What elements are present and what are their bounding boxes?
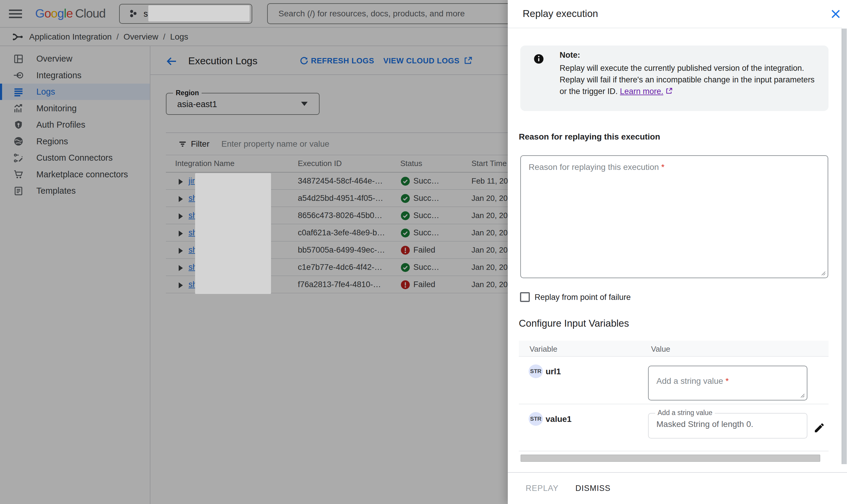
column-variable: Variable xyxy=(530,344,557,354)
external-link-icon xyxy=(463,56,473,66)
reason-placeholder: Reason for replaying this execution * xyxy=(529,162,664,172)
breadcrumb-item-application-integration[interactable]: Application Integration xyxy=(29,32,112,42)
url1-placeholder: Add a string value * xyxy=(656,376,729,386)
sidebar-item-label: Integrations xyxy=(36,71,82,80)
breadcrumb-separator: / xyxy=(163,32,166,42)
sidebar-item-label: Overview xyxy=(36,54,72,64)
status-cell: Succ… xyxy=(413,211,439,220)
column-start-time: Start Time xyxy=(471,159,506,168)
monitoring-icon xyxy=(13,103,24,114)
sidebar-item-label: Monitoring xyxy=(36,104,76,113)
hamburger-menu-icon[interactable] xyxy=(9,10,22,18)
auth-profiles-icon xyxy=(13,120,24,130)
marketplace-icon xyxy=(13,169,24,180)
external-link-icon xyxy=(665,87,673,95)
execution-id-cell: 8656c473-8026-45b0… xyxy=(298,211,382,220)
sidebar-item-overview[interactable]: Overview xyxy=(0,51,150,67)
variables-horizontal-scrollbar[interactable] xyxy=(521,455,820,462)
sidebar-item-auth-profiles[interactable]: Auth Profiles xyxy=(0,116,150,133)
panel-header-divider xyxy=(508,28,842,28)
execution-id-cell: f76a2813-7fe4-4810-… xyxy=(298,280,381,289)
url1-value-textarea[interactable]: Add a string value * xyxy=(648,366,807,400)
sidebar-item-label: Custom Connectors xyxy=(36,153,113,163)
sidebar-item-logs[interactable]: Logs xyxy=(0,84,150,100)
expand-row-icon[interactable] xyxy=(179,265,183,271)
screen: GoogleCloud s Application Integration / … xyxy=(0,0,847,504)
breadcrumb-item-logs[interactable]: Logs xyxy=(170,32,188,42)
dismiss-button[interactable]: DISMISS xyxy=(575,484,610,493)
page-title: Execution Logs xyxy=(188,55,258,67)
project-name-text: s xyxy=(143,9,148,19)
breadcrumb-item-overview[interactable]: Overview xyxy=(124,32,158,42)
integrations-icon xyxy=(13,70,24,80)
redaction-block xyxy=(148,5,249,21)
view-cloud-logs-button[interactable]: VIEW CLOUD LOGS xyxy=(383,56,473,66)
execution-id-cell: c1e7b77e-4dc6-4f42-… xyxy=(298,263,382,272)
sidebar-nav: OverviewIntegrationsLogsMonitoringAuth P… xyxy=(0,46,150,504)
expand-row-icon[interactable] xyxy=(179,196,183,202)
panel-vertical-scrollbar[interactable] xyxy=(842,29,847,464)
column-status: Status xyxy=(400,159,422,168)
region-select[interactable]: Region asia-east1 xyxy=(166,93,319,115)
success-icon xyxy=(400,193,410,203)
sidebar-item-templates[interactable]: Templates xyxy=(0,183,150,199)
status-cell: Succ… xyxy=(413,176,439,186)
expand-row-icon[interactable] xyxy=(179,282,183,288)
success-icon xyxy=(400,263,410,272)
integration-name-link[interactable]: jir xyxy=(189,176,195,186)
status-cell: Succ… xyxy=(413,194,439,203)
replay-from-failure-label: Replay from point of failure xyxy=(535,293,631,302)
info-icon xyxy=(533,53,544,65)
expand-row-icon[interactable] xyxy=(179,179,183,185)
replay-from-failure-checkbox[interactable] xyxy=(520,292,530,302)
region-field-label: Region xyxy=(173,89,202,97)
project-hexagons-icon xyxy=(128,8,139,19)
view-cloud-logs-label: VIEW CLOUD LOGS xyxy=(383,56,460,66)
column-value: Value xyxy=(651,344,670,354)
breadcrumb-separator: / xyxy=(117,32,119,42)
resize-handle-icon[interactable] xyxy=(799,392,805,398)
status-cell: Failed xyxy=(413,280,435,289)
close-icon[interactable] xyxy=(829,8,842,20)
panel-footer-divider xyxy=(508,472,847,473)
reason-textarea[interactable]: Reason for replaying this execution * xyxy=(520,155,828,278)
expand-row-icon[interactable] xyxy=(179,248,183,254)
sidebar-item-custom-connectors[interactable]: Custom Connectors xyxy=(0,150,150,166)
variable-name-url1: url1 xyxy=(546,367,561,376)
replay-button[interactable]: REPLAY xyxy=(526,484,559,493)
value1-field-label: Add a string value xyxy=(655,409,715,417)
sidebar-item-regions[interactable]: Regions xyxy=(0,133,150,150)
expand-row-icon[interactable] xyxy=(179,213,183,219)
panel-title: Replay execution xyxy=(523,8,598,19)
global-search-field[interactable] xyxy=(267,3,524,24)
redaction-block xyxy=(195,173,271,294)
back-arrow-icon[interactable] xyxy=(166,55,177,67)
note-body: Replay will execute the currently publis… xyxy=(559,62,823,97)
sidebar-item-label: Logs xyxy=(36,87,55,97)
column-integration-name: Integration Name xyxy=(175,159,235,168)
sidebar-item-integrations[interactable]: Integrations xyxy=(0,67,150,84)
sidebar-item-marketplace-connectors[interactable]: Marketplace connectors xyxy=(0,166,150,183)
success-icon xyxy=(400,211,410,221)
resize-handle-icon[interactable] xyxy=(820,270,826,276)
refresh-logs-button[interactable]: REFRESH LOGS xyxy=(299,56,374,66)
execution-id-cell: bb57005a-6499-49ec-… xyxy=(298,246,385,255)
google-cloud-logo: GoogleCloud xyxy=(35,6,105,20)
value1-value-field[interactable]: Add a string value Masked String of leng… xyxy=(648,413,807,438)
note-callout: Note: Replay will execute the currently … xyxy=(520,46,829,111)
learn-more-link[interactable]: Learn more. xyxy=(620,87,663,96)
search-input[interactable] xyxy=(278,4,511,23)
failed-icon xyxy=(400,245,410,255)
region-field-value: asia-east1 xyxy=(177,100,217,109)
custom-connectors-icon xyxy=(13,152,24,163)
success-icon xyxy=(400,228,410,238)
value1-masked-text: Masked String of length 0. xyxy=(656,419,753,429)
sidebar-item-monitoring[interactable]: Monitoring xyxy=(0,100,150,116)
sidebar-item-label: Marketplace connectors xyxy=(36,169,128,179)
edit-pencil-icon[interactable] xyxy=(813,422,825,434)
filter-input[interactable] xyxy=(221,139,489,149)
success-icon xyxy=(400,176,410,186)
chevron-down-icon xyxy=(301,102,308,106)
expand-row-icon[interactable] xyxy=(179,231,183,236)
type-badge-str: STR xyxy=(529,364,543,378)
